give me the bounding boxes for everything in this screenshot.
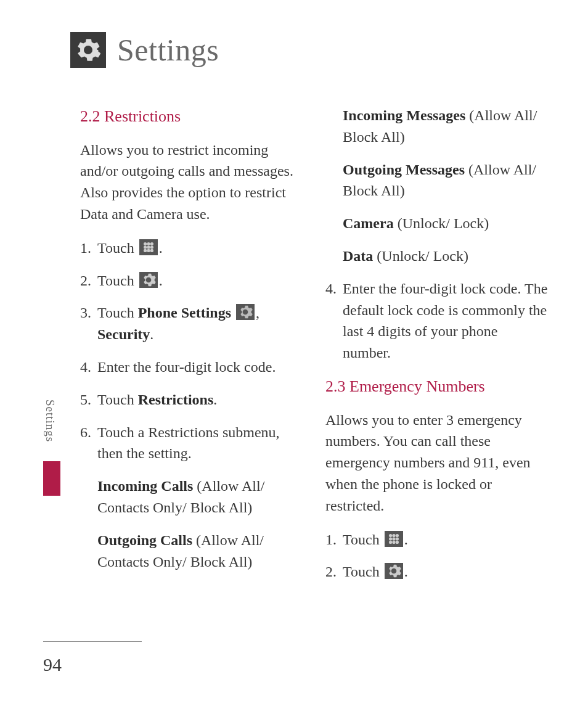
right-column: Incoming Messages (Allow All/ Block All)…: [325, 105, 549, 594]
side-accent-bar: [43, 461, 60, 496]
step-body: Enter the four-digit lock code. The defa…: [343, 278, 549, 364]
step-6: 6. Touch a Restrictions submenu, then th…: [80, 422, 303, 465]
step-body: Touch a Restrictions submenu, then the s…: [97, 422, 303, 465]
bold-text: Restrictions: [138, 392, 214, 408]
step-text: Touch: [97, 273, 138, 289]
step-1b: 1. Touch .: [325, 529, 549, 551]
gear-large-icon: [70, 32, 106, 68]
left-column: 2.2 Restrictions Allows you to restrict …: [80, 105, 303, 594]
content-columns: 2.2 Restrictions Allows you to restrict …: [80, 105, 549, 594]
page-header: Settings: [70, 32, 219, 68]
option-text: (Unlock/ Lock): [377, 248, 468, 264]
step-5: 5. Touch Restrictions.: [80, 389, 303, 411]
bold-text: Phone Settings: [138, 305, 235, 321]
step-2b: 2. Touch .: [325, 561, 549, 583]
step-text: .: [404, 532, 408, 548]
gear-icon: [139, 272, 158, 288]
step-body: Touch .: [97, 237, 303, 259]
option-text: (Unlock/ Lock): [398, 215, 489, 231]
step-text: .: [150, 326, 153, 342]
step-text: Touch: [97, 305, 138, 321]
emergency-intro: Allows you to enter 3 emergency numbers.…: [325, 409, 549, 517]
svg-point-7: [147, 249, 150, 252]
step-number: 2.: [80, 270, 97, 292]
page-title: Settings: [117, 32, 219, 68]
step-text: Touch: [97, 392, 138, 408]
svg-point-4: [147, 245, 150, 248]
step-body: Enter the four-digit lock code.: [97, 356, 303, 378]
step-text: ,: [256, 305, 259, 321]
step-text: Touch: [97, 240, 138, 256]
svg-point-1: [147, 242, 150, 245]
svg-point-8: [150, 249, 153, 252]
step-number: 4.: [80, 356, 97, 378]
step-body: Touch .: [343, 529, 549, 551]
apps-icon: [139, 239, 158, 255]
svg-point-10: [392, 534, 395, 537]
bold-text: Outgoing Messages: [343, 162, 468, 178]
sub-outgoing-calls: Outgoing Calls (Allow All/ Contacts Only…: [97, 530, 303, 573]
step-text: .: [159, 240, 163, 256]
bold-text: Outgoing Calls: [97, 532, 196, 548]
step-number: 2.: [325, 561, 343, 583]
section-heading-restrictions: 2.2 Restrictions: [80, 105, 303, 128]
sub-incoming-messages: Incoming Messages (Allow All/ Block All): [343, 105, 549, 148]
bold-text: Camera: [343, 215, 398, 231]
bold-text: Data: [343, 248, 377, 264]
svg-point-2: [150, 242, 153, 245]
page-number: 94: [43, 654, 62, 675]
step-text: Touch: [343, 532, 383, 548]
step-number: 1.: [325, 529, 343, 551]
sub-data: Data (Unlock/ Lock): [343, 245, 549, 267]
sub-outgoing-messages: Outgoing Messages (Allow All/ Block All): [343, 159, 549, 202]
step-body: Touch Restrictions.: [97, 389, 303, 411]
svg-point-9: [389, 534, 392, 537]
svg-point-0: [144, 242, 147, 245]
svg-point-11: [395, 534, 398, 537]
section-heading-emergency: 2.3 Emergency Numbers: [325, 375, 549, 398]
step-number: 3.: [80, 302, 97, 345]
step-number: 6.: [80, 422, 97, 465]
svg-point-15: [389, 540, 392, 543]
step-3: 3. Touch Phone Settings , Security.: [80, 302, 303, 345]
step-text: Touch: [343, 564, 383, 580]
svg-point-16: [392, 540, 395, 543]
svg-point-13: [392, 537, 395, 540]
step-text: .: [159, 273, 163, 289]
apps-icon: [385, 531, 403, 547]
svg-point-6: [144, 249, 147, 252]
restrictions-intro: Allows you to restrict incoming and/or o…: [80, 139, 303, 225]
sub-incoming-calls: Incoming Calls (Allow All/ Contacts Only…: [97, 475, 303, 519]
bold-text: Security: [97, 326, 150, 342]
svg-point-5: [150, 245, 153, 248]
svg-point-14: [395, 537, 398, 540]
side-section-label: Settings: [43, 400, 57, 442]
step-number: 4.: [325, 278, 343, 364]
step-4b: 4. Enter the four-digit lock code. The d…: [325, 278, 549, 364]
sub-camera: Camera (Unlock/ Lock): [343, 213, 549, 234]
step-body: Touch .: [97, 270, 303, 292]
step-4: 4. Enter the four-digit lock code.: [80, 356, 303, 378]
step-1: 1. Touch .: [80, 237, 303, 259]
svg-point-17: [395, 540, 398, 543]
phone-settings-icon: [236, 304, 255, 320]
step-body: Touch Phone Settings , Security.: [97, 302, 303, 345]
footer-rule: [43, 641, 142, 642]
step-body: Touch .: [343, 561, 549, 583]
gear-icon: [385, 563, 403, 579]
svg-point-12: [389, 537, 392, 540]
bold-text: Incoming Messages: [343, 107, 469, 123]
svg-point-3: [144, 245, 147, 248]
step-number: 5.: [80, 389, 97, 411]
step-text: .: [404, 564, 408, 580]
bold-text: Incoming Calls: [97, 478, 197, 494]
step-text: .: [213, 392, 217, 408]
step-2: 2. Touch .: [80, 270, 303, 292]
step-number: 1.: [80, 237, 97, 259]
